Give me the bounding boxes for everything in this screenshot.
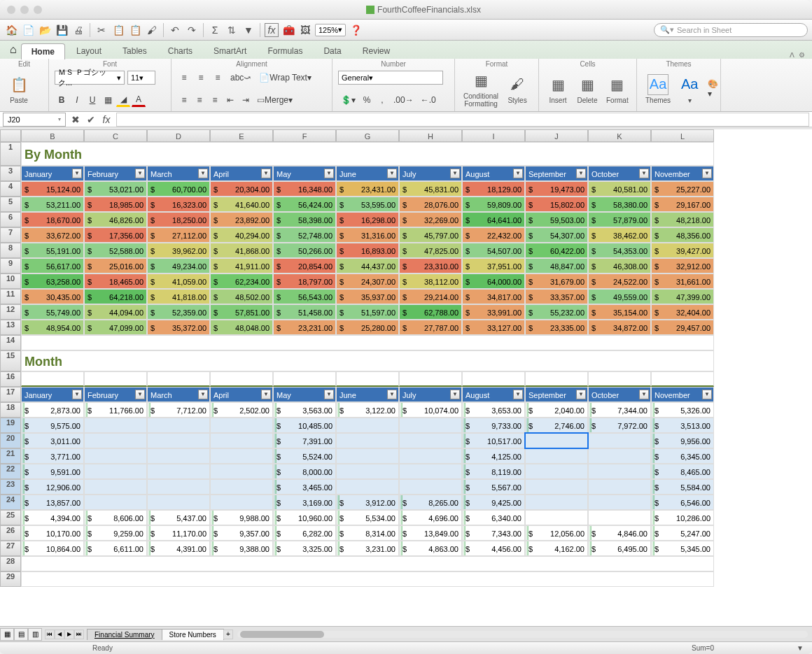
empty-cell[interactable] bbox=[588, 371, 651, 387]
data-cell[interactable]: $52,359.00 bbox=[147, 304, 210, 320]
zoom-icon[interactable] bbox=[34, 6, 42, 14]
conditional-formatting-button[interactable]: ▦ Conditional Formatting bbox=[461, 69, 501, 109]
data-cell[interactable]: $11,170.00 bbox=[147, 525, 210, 541]
name-box[interactable]: J20▾ bbox=[3, 113, 66, 127]
data-cell[interactable]: $3,563.00 bbox=[273, 402, 336, 418]
data-cell[interactable]: $46,308.00 bbox=[588, 258, 651, 273]
data-cell[interactable]: $5,437.00 bbox=[147, 510, 210, 525]
table-header[interactable]: October▼ bbox=[588, 166, 651, 181]
format-cells-button[interactable]: ▦Format bbox=[603, 73, 631, 106]
data-cell[interactable]: $8,265.00 bbox=[399, 495, 462, 510]
gear-icon[interactable]: ⚙︎ bbox=[799, 51, 805, 59]
data-cell[interactable]: $5,584.00 bbox=[651, 479, 714, 495]
data-cell[interactable]: $3,653.00 bbox=[462, 402, 525, 418]
home-icon[interactable]: 🏠 bbox=[4, 23, 18, 37]
data-cell[interactable]: $4,846.00 bbox=[588, 525, 651, 541]
status-dropdown-icon[interactable]: ▼ bbox=[797, 644, 804, 652]
data-cell[interactable]: $40,294.00 bbox=[210, 227, 273, 243]
row-header[interactable]: 20 bbox=[0, 433, 21, 448]
file-icon[interactable]: 📄 bbox=[21, 23, 35, 37]
styles-button[interactable]: 🖌 Styles bbox=[504, 73, 531, 106]
data-cell[interactable]: $33,357.00 bbox=[525, 289, 588, 304]
data-cell[interactable]: $53,595.00 bbox=[336, 197, 399, 212]
merge-button[interactable]: ▭ Merge ▾ bbox=[254, 93, 295, 107]
table-header[interactable]: January▼ bbox=[21, 166, 84, 181]
table-header[interactable]: June▼ bbox=[336, 387, 399, 402]
row-header[interactable]: 12 bbox=[0, 304, 21, 320]
data-cell[interactable]: $41,818.00 bbox=[147, 289, 210, 304]
empty-cell[interactable] bbox=[21, 571, 714, 587]
data-cell[interactable]: $48,356.00 bbox=[651, 227, 714, 243]
data-cell[interactable]: $12,906.00 bbox=[21, 479, 84, 495]
data-cell[interactable]: $3,513.00 bbox=[651, 418, 714, 433]
data-cell[interactable] bbox=[588, 448, 651, 464]
data-cell[interactable] bbox=[336, 418, 399, 433]
delete-cells-button[interactable]: ▦Delete bbox=[574, 73, 601, 106]
column-header[interactable]: H bbox=[399, 129, 462, 142]
data-cell[interactable]: $33,672.00 bbox=[21, 227, 84, 243]
orientation-button[interactable]: abc⤻ bbox=[227, 71, 253, 85]
data-cell[interactable] bbox=[399, 418, 462, 433]
data-cell[interactable]: $24,307.00 bbox=[336, 273, 399, 289]
table-header[interactable]: April▼ bbox=[210, 166, 273, 181]
filter-dropdown-icon[interactable]: ▼ bbox=[72, 169, 82, 178]
data-cell[interactable] bbox=[84, 479, 147, 495]
data-cell[interactable]: $24,522.00 bbox=[588, 273, 651, 289]
column-header[interactable]: D bbox=[147, 129, 210, 142]
data-cell[interactable] bbox=[147, 495, 210, 510]
row-header[interactable]: 27 bbox=[0, 541, 21, 556]
row-header[interactable]: 11 bbox=[0, 289, 21, 304]
data-cell[interactable]: $54,507.00 bbox=[462, 243, 525, 258]
data-cell[interactable]: $44,094.00 bbox=[84, 304, 147, 320]
data-cell[interactable] bbox=[84, 495, 147, 510]
data-cell[interactable]: $56,543.00 bbox=[273, 289, 336, 304]
data-cell[interactable]: $63,258.00 bbox=[21, 273, 84, 289]
data-cell[interactable]: $31,679.00 bbox=[525, 273, 588, 289]
data-cell[interactable] bbox=[210, 495, 273, 510]
open-icon[interactable]: 📂 bbox=[38, 23, 52, 37]
align-middle-button[interactable]: ≡ bbox=[194, 71, 208, 85]
next-sheet-button[interactable]: ▶ bbox=[64, 630, 74, 639]
data-cell[interactable]: $51,458.00 bbox=[273, 304, 336, 320]
row-header[interactable]: 10 bbox=[0, 273, 21, 289]
close-icon[interactable] bbox=[7, 6, 15, 14]
column-header[interactable]: B bbox=[21, 129, 84, 142]
data-cell[interactable] bbox=[147, 433, 210, 448]
data-cell[interactable]: $47,399.00 bbox=[651, 289, 714, 304]
table-header[interactable]: November▼ bbox=[651, 166, 714, 181]
empty-cell[interactable] bbox=[84, 371, 147, 387]
data-cell[interactable]: $3,465.00 bbox=[273, 479, 336, 495]
save-icon[interactable]: 💾 bbox=[55, 23, 69, 37]
align-center-button[interactable]: ≡ bbox=[192, 93, 206, 107]
data-cell[interactable]: $10,074.00 bbox=[399, 402, 462, 418]
row-header[interactable]: 5 bbox=[0, 197, 21, 212]
data-cell[interactable]: $23,335.00 bbox=[525, 320, 588, 335]
data-cell[interactable]: $33,991.00 bbox=[462, 304, 525, 320]
ribbon-tab-smartart[interactable]: SmartArt bbox=[204, 43, 256, 59]
data-cell[interactable]: $32,269.00 bbox=[399, 212, 462, 227]
copy-icon[interactable]: 📋 bbox=[111, 23, 125, 37]
filter-dropdown-icon[interactable]: ▼ bbox=[702, 169, 712, 178]
data-cell[interactable]: $7,391.00 bbox=[273, 433, 336, 448]
filter-dropdown-icon[interactable]: ▼ bbox=[135, 169, 145, 178]
data-cell[interactable]: $13,857.00 bbox=[21, 495, 84, 510]
data-cell[interactable]: $28,076.00 bbox=[399, 197, 462, 212]
data-cell[interactable]: $8,000.00 bbox=[273, 464, 336, 479]
data-cell[interactable]: $6,495.00 bbox=[588, 541, 651, 556]
table-header[interactable]: September▼ bbox=[525, 387, 588, 402]
data-cell[interactable]: $35,154.00 bbox=[588, 304, 651, 320]
column-header[interactable]: F bbox=[273, 129, 336, 142]
data-cell[interactable]: $4,125.00 bbox=[462, 448, 525, 464]
data-cell[interactable]: $10,960.00 bbox=[273, 510, 336, 525]
data-cell[interactable]: $7,343.00 bbox=[462, 525, 525, 541]
data-cell[interactable]: $59,503.00 bbox=[525, 212, 588, 227]
ribbon-tab-home[interactable]: Home bbox=[21, 43, 65, 59]
table-header[interactable]: October▼ bbox=[588, 387, 651, 402]
data-cell[interactable]: $64,641.00 bbox=[462, 212, 525, 227]
data-cell[interactable]: $3,231.00 bbox=[336, 541, 399, 556]
minimize-icon[interactable] bbox=[20, 6, 29, 14]
data-cell[interactable]: $16,323.00 bbox=[147, 197, 210, 212]
print-icon[interactable]: 🖨 bbox=[71, 23, 85, 37]
window-controls[interactable] bbox=[7, 6, 42, 14]
filter-dropdown-icon[interactable]: ▼ bbox=[198, 390, 208, 399]
